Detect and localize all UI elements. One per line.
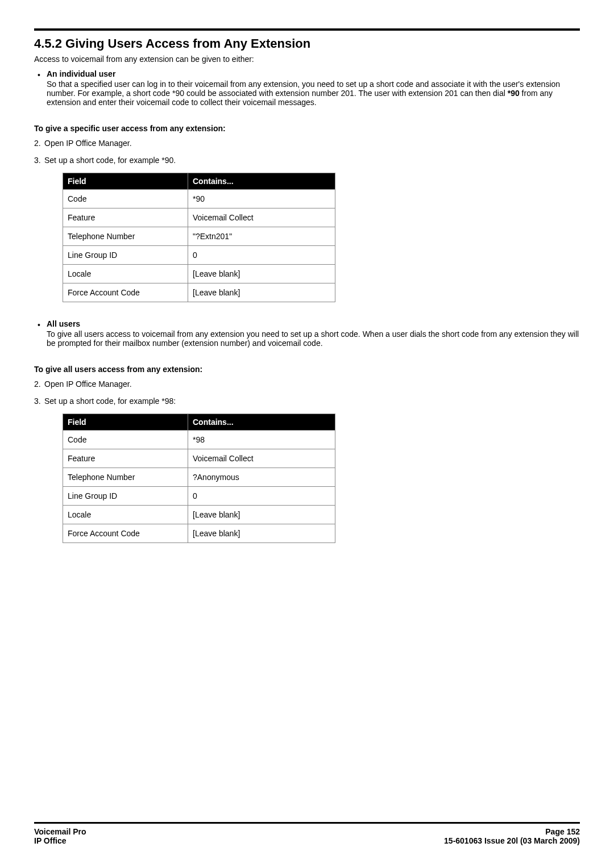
cell-field: Code — [63, 190, 188, 208]
table-row: Force Account Code [Leave blank] — [63, 524, 335, 543]
table-specific-user: Field Contains... Code *90 Feature Voice… — [63, 173, 335, 302]
cell-contains: [Leave blank] — [188, 283, 335, 302]
th-field: Field — [63, 173, 188, 190]
table-row: Force Account Code [Leave blank] — [63, 283, 335, 302]
th-field: Field — [63, 414, 188, 431]
table-row: Locale [Leave blank] — [63, 506, 335, 524]
list-item: 2.Open IP Office Manager. — [34, 139, 580, 148]
cell-contains: Voicemail Collect — [188, 208, 335, 227]
cell-contains: [Leave blank] — [188, 506, 335, 524]
cell-contains: [Leave blank] — [188, 524, 335, 543]
list-item: 3.Set up a short code, for example *98: — [34, 397, 580, 406]
table-row: Feature Voicemail Collect — [63, 449, 335, 468]
cell-contains: *98 — [188, 431, 335, 449]
table-all-users: Field Contains... Code *98 Feature Voice… — [63, 414, 335, 543]
footer-rule — [34, 822, 580, 824]
cell-field: Line Group ID — [63, 487, 188, 506]
bullet-all-users-body: To give all users access to voicemail fr… — [47, 329, 580, 348]
step2-specific: Open IP Office Manager. — [44, 139, 132, 148]
cell-field: Force Account Code — [63, 524, 188, 543]
cell-field: Telephone Number — [63, 227, 188, 246]
table-row: Telephone Number ?Anonymous — [63, 468, 335, 487]
cell-contains: *90 — [188, 190, 335, 208]
table-row: Code *90 — [63, 190, 335, 208]
table-row: Code *98 — [63, 431, 335, 449]
list-item: 3.Set up a short code, for example *90. — [34, 156, 580, 165]
cell-contains: [Leave blank] — [188, 265, 335, 283]
table-row: Feature Voicemail Collect — [63, 208, 335, 227]
step-number: 3. — [34, 397, 44, 406]
table-row: Locale [Leave blank] — [63, 265, 335, 283]
cell-field: Feature — [63, 449, 188, 468]
list-item: 2.Open IP Office Manager. — [34, 379, 580, 389]
cell-field: Line Group ID — [63, 246, 188, 265]
subhead-specific-user: To give a specific user access from any … — [34, 124, 580, 133]
cell-contains: 0 — [188, 487, 335, 506]
table-row: Telephone Number "?Extn201" — [63, 227, 335, 246]
cell-contains: ?Anonymous — [188, 468, 335, 487]
table-row: Line Group ID 0 — [63, 487, 335, 506]
cell-contains: 0 — [188, 246, 335, 265]
page-footer: Voicemail Pro Page 152 IP Office 15-6010… — [34, 822, 580, 845]
step2-all: Open IP Office Manager. — [44, 379, 132, 389]
cell-field: Feature — [63, 208, 188, 227]
footer-left-2: IP Office — [34, 836, 67, 845]
section-number: 4.5.2 — [34, 36, 62, 51]
section-heading: 4.5.2 Giving Users Access from Any Exten… — [34, 36, 580, 51]
subhead-all-users: To give all users access from any extens… — [34, 365, 580, 374]
th-contains: Contains... — [188, 173, 335, 190]
footer-right-2: 15-601063 Issue 20l (03 March 2009) — [444, 836, 580, 845]
cell-contains: Voicemail Collect — [188, 449, 335, 468]
table-row: Line Group ID 0 — [63, 246, 335, 265]
bullet-all-users-title: All users — [47, 319, 580, 328]
section-title-text: Giving Users Access from Any Extension — [65, 36, 310, 51]
bullet-individual-title: An individual user — [47, 69, 580, 78]
footer-row-1: Voicemail Pro Page 152 — [34, 827, 580, 836]
cell-field: Telephone Number — [63, 468, 188, 487]
footer-left-1: Voicemail Pro — [34, 827, 86, 836]
bullet-individual-body: So that a specified user can log in to t… — [47, 80, 580, 107]
bullet-individual-bold: *90 — [508, 89, 520, 98]
th-contains: Contains... — [188, 414, 335, 431]
bullet-icon: • — [38, 70, 40, 80]
cell-field: Locale — [63, 506, 188, 524]
step3-all: Set up a short code, for example *98: — [44, 397, 176, 406]
bullet-icon: • — [38, 320, 40, 329]
bullet-individual-user: • An individual user So that a specified… — [47, 69, 580, 107]
cell-field: Force Account Code — [63, 283, 188, 302]
table-header-row: Field Contains... — [63, 173, 335, 190]
intro-text: Access to voicemail from any extension c… — [34, 55, 580, 64]
cell-contains: "?Extn201" — [188, 227, 335, 246]
top-rule — [34, 28, 580, 31]
cell-field: Locale — [63, 265, 188, 283]
footer-right-1: Page 152 — [545, 827, 580, 836]
step-number: 3. — [34, 156, 44, 165]
page-container: 4.5.2 Giving Users Access from Any Exten… — [0, 0, 614, 868]
bullet-individual-text1: So that a specified user can log in to t… — [47, 80, 560, 98]
bullet-all-users: • All users To give all users access to … — [47, 319, 580, 348]
step-number: 2. — [34, 379, 44, 389]
step3-specific: Set up a short code, for example *90. — [44, 156, 176, 165]
cell-field: Code — [63, 431, 188, 449]
table-header-row: Field Contains... — [63, 414, 335, 431]
footer-row-2: IP Office 15-601063 Issue 20l (03 March … — [34, 836, 580, 845]
step-number: 2. — [34, 139, 44, 148]
